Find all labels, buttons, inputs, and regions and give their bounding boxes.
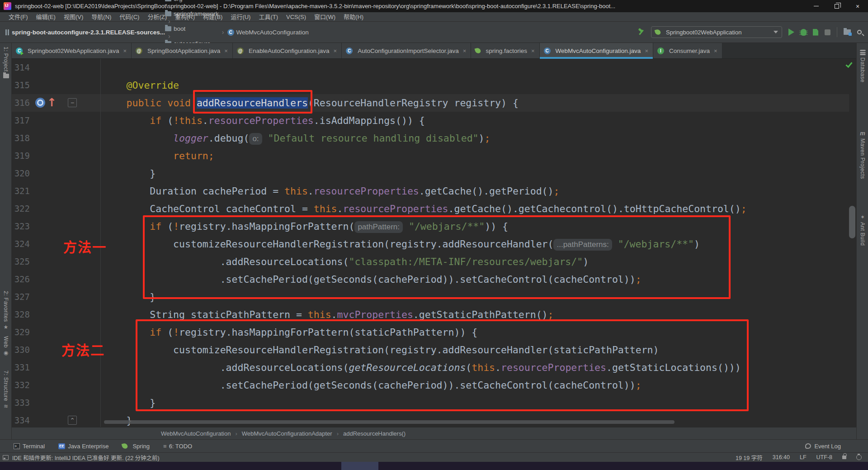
tool-stripe-button[interactable]: Web◉ [0,336,12,356]
read-only-lock-icon[interactable] [842,456,846,459]
line-number: 317 [12,112,30,129]
tool-stripe-label: 7: Structure [3,370,9,401]
folder-icon [165,0,171,1]
spring-leaf-icon [475,47,481,54]
close-tab-icon[interactable]: × [224,47,228,54]
annotation-box-method-name [193,90,312,114]
structure-icon: ≋ [4,403,8,409]
tool-stripe-button[interactable]: Database [857,50,868,82]
globe-icon: ◉ [4,350,8,356]
line-number: 332 [12,376,30,394]
close-tab-icon[interactable]: × [714,47,717,54]
editor-tab[interactable]: @EnableAutoConfiguration.java× [233,43,342,58]
line-number: 318 [12,129,30,147]
tool-stripe-label: Web [3,336,9,348]
code-line: 316↑− public void addResourceHandlers(Re… [12,94,856,112]
line-separator[interactable]: LF [800,454,807,461]
editor-tab[interactable]: IConsumer.java× [653,43,722,58]
breadcrumb-module[interactable]: spring-boot-autoconfigure-2.3.1.RELEASE-… [5,29,165,36]
debug-button[interactable] [801,29,807,36]
line-number: 323 [12,218,30,235]
class-icon: C [227,29,234,36]
overrides-method-icon[interactable] [35,98,45,108]
run-with-coverage-button[interactable] [813,29,818,36]
tool-stripe-label: 1: Project [3,47,9,72]
code-line: 321 Duration cachePeriod = this.resource… [12,182,856,200]
line-number: 321 [12,182,30,200]
toolwindow-spring[interactable]: Spring [122,443,150,450]
line-number: 329 [12,323,30,341]
close-button[interactable]: × [847,0,868,12]
stop-button[interactable] [825,29,830,35]
vertical-scrollbar[interactable] [849,206,855,238]
toolwindow-switcher-icon[interactable] [3,455,9,460]
line-number: 322 [12,200,30,218]
tool-window-bar: >_Terminal EEJava Enterprise Spring ≡6: … [0,439,868,452]
code-editor[interactable]: 314315 @Override316↑− public void addRes… [12,59,856,427]
line-number: 319 [12,147,30,165]
event-log-button[interactable]: Event Log [805,443,862,450]
restore-button[interactable] [826,0,847,12]
build-project-button[interactable] [637,28,645,36]
file-encoding[interactable]: UTF-8 [816,454,832,461]
code-line: 320 } [12,165,856,182]
line-number: 334 [12,412,30,427]
selection-info: 19 19 字符 [736,453,763,462]
breadcrumb-folder[interactable]: boot [165,25,219,32]
close-tab-icon[interactable]: × [334,47,337,54]
breadcrumb-class[interactable]: CWebMvcAutoConfiguration [227,29,309,36]
breadcrumb-item[interactable]: WebMvcAutoConfigurationAdapter [242,430,332,437]
annotation-icon: @ [237,47,244,54]
tool-stripe-button[interactable]: 7: Structure≋ [0,370,12,409]
minimize-button[interactable] [806,0,826,12]
horizontal-scrollbar[interactable] [104,420,675,424]
line-number: 324 [12,235,30,253]
tool-stripe-button[interactable]: 1: Project [0,47,12,78]
project-structure-button[interactable] [844,29,851,35]
tool-stripe-button[interactable]: ✶Ant Build [857,214,868,246]
database-icon [860,50,866,56]
terminal-icon: >_ [14,443,20,449]
annotation-box-method-2 [136,319,749,411]
java-ee-icon: EE [58,443,65,449]
toolwindow-terminal[interactable]: >_Terminal [14,443,45,450]
fold-marker-icon[interactable]: ⌃ [68,416,77,425]
editor-tab[interactable]: spring.factories× [471,43,539,58]
code-line: 317 if (!this.resourceProperties.isAddMa… [12,112,856,129]
close-tab-icon[interactable]: × [123,47,127,54]
tool-stripe-button[interactable]: mMaven Projects [857,130,868,179]
editor-tab[interactable]: CAutoConfigurationImportSelector.java× [342,43,471,58]
editor-tab[interactable]: CWebMvcAutoConfiguration.java× [540,43,653,58]
right-tool-stripe: DatabasemMaven Projects✶Ant Build [856,43,868,439]
breadcrumb-folder[interactable]: springframework [165,10,219,17]
module-icon [5,29,9,35]
line-number: 328 [12,306,30,323]
editor-tab[interactable]: CSpringboot02WebApplication.java× [12,43,132,58]
search-everywhere-button[interactable] [857,30,862,34]
line-number: 315 [12,76,30,94]
close-tab-icon[interactable]: × [463,47,467,54]
run-button[interactable] [788,28,794,36]
code-line: 319 return; [12,147,856,165]
breadcrumb-folder[interactable]: org [165,0,219,2]
highlighting-level-icon[interactable] [856,455,862,460]
annotation-box-method-1 [143,215,731,299]
taskbar-item[interactable] [341,462,378,470]
caret-position[interactable]: 316:40 [773,454,790,461]
parameter-hint: o: [249,133,262,145]
close-tab-icon[interactable]: × [645,47,648,54]
code-line: 314 [12,59,856,76]
line-number: 320 [12,165,30,182]
editor-tab[interactable]: @SpringBootApplication.java× [132,43,233,58]
status-message[interactable]: IDE 和插件更新: IntelliJ IDEA 已准备好 更新. (22 分钟… [12,453,160,462]
toolwindow-java-enterprise[interactable]: EEJava Enterprise [58,443,108,450]
close-tab-icon[interactable]: × [531,47,535,54]
spring-leaf-icon [122,443,128,450]
breadcrumb-item[interactable]: addResourceHandlers() [343,430,406,437]
breadcrumb-item[interactable]: WebMvcAutoConfiguration [161,430,231,437]
tool-stripe-button[interactable]: 2: Favorites★ [0,291,12,330]
toolwindow-todo[interactable]: ≡6: TODO [163,443,192,450]
run-configuration-select[interactable]: Springboot02WebApplication [651,26,782,38]
fold-marker-icon[interactable]: − [68,98,77,107]
project-folder-icon [3,74,9,78]
